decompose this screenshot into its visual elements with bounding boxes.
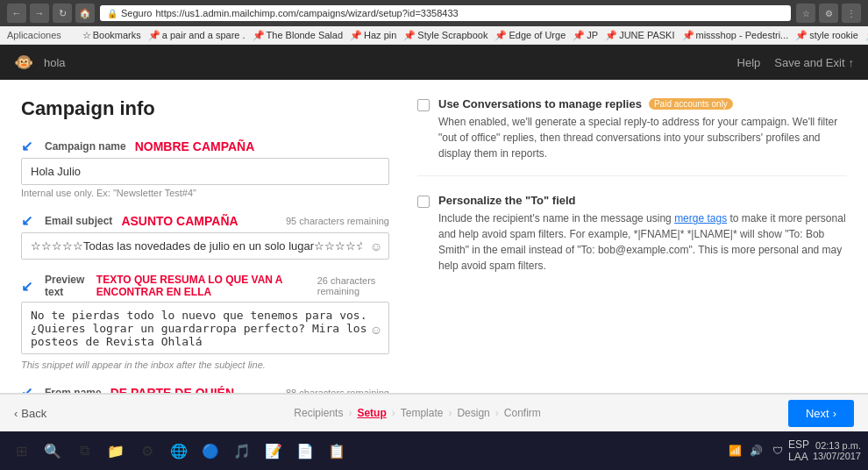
- campaign-name-hint: Internal use only. Ex: "Newsletter Test#…: [21, 188, 389, 198]
- conversations-title: Use Conversations to manage replies Paid…: [438, 97, 847, 110]
- bookmark-item[interactable]: 📌 style rookie: [795, 30, 858, 41]
- email-subject-emoji-button[interactable]: ☺: [370, 239, 382, 253]
- bookmark-button[interactable]: ☆: [796, 4, 815, 23]
- secure-label: Seguro: [121, 8, 152, 18]
- main-content: Campaign info ↙ Campaign name NOMBRE CAM…: [0, 80, 868, 422]
- menu-button[interactable]: ⋮: [842, 4, 861, 23]
- email-subject-label: Email subject: [45, 215, 112, 227]
- conversations-checkbox[interactable]: [417, 99, 430, 111]
- merge-tags-link[interactable]: merge tags: [674, 212, 727, 224]
- preview-text-arrow: ↙: [21, 278, 32, 295]
- email-subject-arrow: ↙: [21, 212, 32, 229]
- next-button[interactable]: Next ›: [788, 400, 854, 423]
- back-button[interactable]: ‹ Back: [14, 407, 46, 420]
- email-subject-input[interactable]: [21, 232, 389, 260]
- wizard-step-setup[interactable]: Setup: [357, 407, 386, 419]
- preview-text-emoji-button[interactable]: ☺: [370, 323, 382, 337]
- campaign-name-field: ↙ Campaign name NOMBRE CAMPAÑA Internal …: [21, 138, 389, 198]
- campaign-name-arrow: ↙: [21, 138, 32, 154]
- app-header-right: Help Save and Exit ↑: [737, 56, 854, 69]
- campaign-name-input[interactable]: [21, 158, 389, 185]
- conversations-option: Use Conversations to manage replies Paid…: [417, 97, 847, 176]
- personalize-desc: Include the recipient's name in the mess…: [438, 210, 847, 274]
- step-separator: ›: [495, 407, 499, 419]
- app-header: 🐵 hola Help Save and Exit ↑: [0, 45, 868, 80]
- save-and-exit-button[interactable]: Save and Exit ↑: [774, 56, 854, 69]
- campaign-name-label-row: ↙ Campaign name NOMBRE CAMPAÑA: [21, 138, 389, 154]
- left-panel: Campaign info ↙ Campaign name NOMBRE CAM…: [21, 97, 389, 404]
- bookmark-item[interactable]: 📌 The Blonde Salad: [253, 30, 343, 41]
- wizard-step-recipients[interactable]: Recipients: [294, 407, 343, 419]
- step-separator: ›: [448, 407, 452, 419]
- lock-icon: 🔒: [107, 9, 117, 18]
- step-separator: ›: [348, 407, 352, 419]
- email-subject-annotation: ASUNTO CAMPAÑA: [121, 214, 238, 228]
- email-subject-field: ↙ Email subject ASUNTO CAMPAÑA 95 charac…: [21, 212, 389, 260]
- email-subject-label-row: ↙ Email subject ASUNTO CAMPAÑA 95 charac…: [21, 212, 389, 229]
- bookmark-item[interactable]: 📌 missshop - Pedestri...: [682, 30, 789, 41]
- back-arrow-icon: ‹: [14, 407, 18, 420]
- extensions-button[interactable]: ⚙: [819, 4, 838, 23]
- bookmark-item[interactable]: 📌 a pair and a spare .: [148, 30, 245, 41]
- help-link[interactable]: Help: [737, 56, 761, 69]
- bookmark-item[interactable]: 📌 JP: [573, 30, 598, 41]
- mailchimp-logo[interactable]: 🐵: [14, 53, 33, 72]
- home-button[interactable]: 🏠: [75, 4, 95, 23]
- preview-text-input-wrapper: No te pierdas todo lo nuevo que tenemos …: [21, 302, 389, 357]
- app-greeting: hola: [44, 56, 66, 69]
- bookmarks-bar: Aplicaciones ☆ Bookmarks 📌 a pair and a …: [0, 26, 868, 45]
- wizard-footer: ‹ Back Recipients › Setup › Template › D…: [0, 393, 868, 422]
- campaign-name-annotation: NOMBRE CAMPAÑA: [135, 139, 255, 153]
- right-panel: Use Conversations to manage replies Paid…: [417, 97, 847, 404]
- bookmark-item[interactable]: 📌 Haz pin: [350, 30, 396, 41]
- preview-text-input[interactable]: No te pierdas todo lo nuevo que tenemos …: [21, 302, 389, 354]
- conversations-desc: When enabled, we'll generate a special r…: [438, 114, 847, 161]
- apps-label[interactable]: Aplicaciones: [7, 30, 61, 40]
- preview-text-annotation: TEXTO QUE RESUMA LO QUE VAN A ENCONTRAR …: [96, 274, 309, 298]
- email-subject-input-wrapper: ☺: [21, 232, 389, 260]
- page-title: Campaign info: [21, 97, 389, 120]
- step-separator: ›: [392, 407, 395, 419]
- url-text: https://us1.admin.mailchimp.com/campaign…: [155, 8, 458, 18]
- preview-text-hint: This snippet will appear in the inbox af…: [21, 360, 389, 370]
- bookmark-item[interactable]: 📌 JUNE PASKI: [605, 30, 674, 41]
- app-header-left: 🐵 hola: [14, 53, 66, 72]
- preview-text-label: Preview text: [45, 274, 88, 298]
- bookmark-item[interactable]: 📌 Edge of Urge: [494, 30, 566, 41]
- next-arrow-icon: ›: [833, 407, 836, 420]
- wizard-step-design[interactable]: Design: [457, 407, 489, 419]
- url-bar[interactable]: 🔒 Seguro https://us1.admin.mailchimp.com…: [100, 5, 791, 21]
- personalize-title: Personalize the "To" field: [438, 194, 847, 207]
- bookmark-item[interactable]: 📌 Style Scrapbook: [403, 30, 487, 41]
- preview-text-label-row: ↙ Preview text TEXTO QUE RESUMA LO QUE V…: [21, 274, 389, 298]
- personalize-option: Personalize the "To" field Include the r…: [417, 194, 847, 288]
- conversations-content: Use Conversations to manage replies Paid…: [438, 97, 847, 161]
- browser-nav-buttons: ← → ↻ 🏠: [7, 4, 95, 23]
- email-subject-chars: 95 characters remaining: [286, 216, 389, 226]
- personalize-content: Personalize the "To" field Include the r…: [438, 194, 847, 274]
- forward-button[interactable]: →: [30, 4, 49, 23]
- campaign-name-label: Campaign name: [45, 140, 126, 153]
- save-arrow-icon: ↑: [849, 56, 855, 69]
- refresh-button[interactable]: ↻: [53, 4, 72, 23]
- bookmark-item[interactable]: ☆ Bookmarks: [82, 30, 141, 41]
- wizard-step-confirm[interactable]: Confirm: [504, 407, 541, 419]
- preview-text-field: ↙ Preview text TEXTO QUE RESUMA LO QUE V…: [21, 274, 389, 370]
- browser-chrome: ← → ↻ 🏠 🔒 Seguro https://us1.admin.mailc…: [0, 0, 868, 26]
- paid-badge: Paid accounts only: [649, 98, 733, 110]
- back-button[interactable]: ←: [7, 4, 26, 23]
- wizard-steps: Recipients › Setup › Template › Design ›…: [294, 407, 540, 419]
- wizard-step-template[interactable]: Template: [401, 407, 444, 419]
- personalize-checkbox[interactable]: [417, 196, 430, 208]
- browser-actions: ☆ ⚙ ⋮: [796, 4, 861, 23]
- preview-text-chars: 26 characters remaining: [317, 275, 389, 296]
